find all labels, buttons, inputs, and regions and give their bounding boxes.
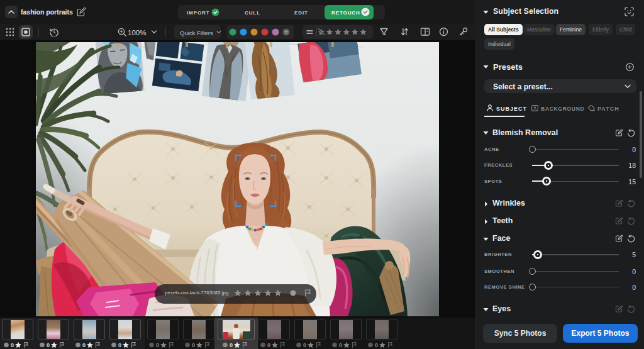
svg-text:0: 0: [82, 342, 86, 348]
svg-text:0: 0: [303, 342, 306, 348]
svg-text:0: 0: [267, 342, 270, 348]
svg-text:0: 0: [230, 342, 233, 348]
svg-text:0: 0: [47, 342, 50, 348]
svg-text:0: 0: [375, 342, 378, 348]
svg-text:0: 0: [11, 342, 14, 348]
svg-text:0: 0: [156, 342, 159, 348]
svg-text:0: 0: [339, 342, 342, 348]
svg-text:0: 0: [118, 342, 121, 348]
svg-text:0: 0: [192, 342, 195, 348]
